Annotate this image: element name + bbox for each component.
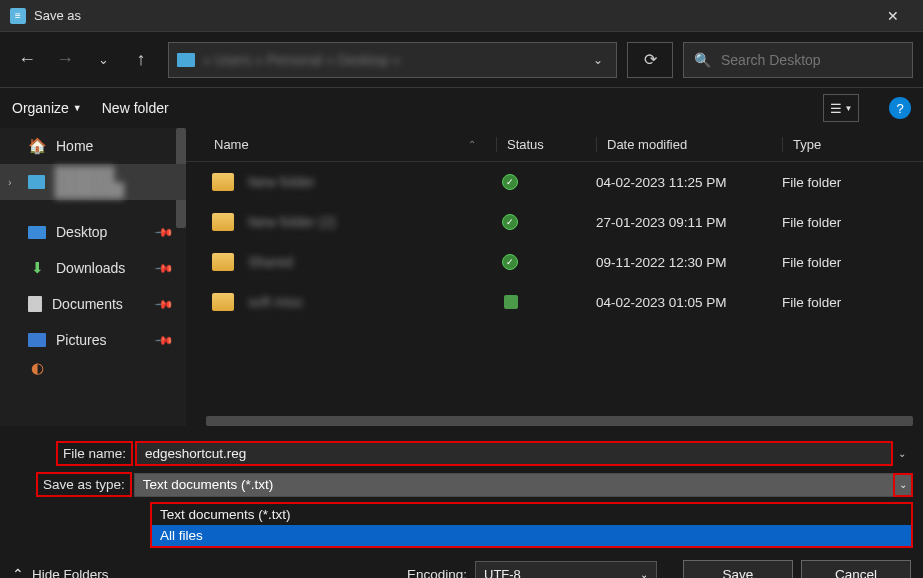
file-type: File folder [782,215,923,230]
save-panel: File name: ⌄ Save as type: Text document… [0,426,923,578]
save-button[interactable]: Save [683,560,793,578]
refresh-button[interactable]: ⟳ [627,42,673,78]
search-input[interactable] [721,52,902,68]
hide-folders-toggle[interactable]: ⌃ Hide Folders [12,566,109,578]
sidebar-item-downloads[interactable]: ⬇ Downloads 📌 [0,250,186,286]
pin-icon[interactable]: 📌 [154,330,175,351]
pin-icon[interactable]: 📌 [154,258,175,279]
address-bar[interactable]: « Users » Personal » Desktop » ⌄ [168,42,617,78]
col-name[interactable]: Name ⌃ [186,137,496,152]
home-icon: 🏠 [28,137,46,155]
pictures-icon [28,333,46,347]
downloads-icon: ⬇ [28,259,46,277]
dropdown-option-allfiles[interactable]: All files [152,525,911,546]
encoding-select[interactable]: UTF-8 ⌄ [475,561,657,578]
help-button[interactable]: ? [889,97,911,119]
col-name-label: Name [214,137,249,152]
window-title: Save as [34,8,873,23]
save-type-dropdown-arrow[interactable]: ⌄ [893,473,913,497]
up-button[interactable]: ↑ [124,43,158,77]
save-type-label: Save as type: [36,472,132,497]
save-type-value: Text documents (*.txt) [134,473,913,497]
address-text: « Users » Personal » Desktop » [203,52,580,68]
location-icon [177,53,195,67]
file-status: ✓ [496,254,596,270]
forward-button[interactable]: → [48,43,82,77]
chevron-down-icon: ▼ [73,103,82,113]
toolbar: Organize ▼ New folder ☰ ▼ ? [0,88,923,128]
documents-icon [28,296,42,312]
sync-status-icon: ✓ [502,214,518,230]
sidebar-item-desktop[interactable]: Desktop 📌 [0,214,186,250]
sidebar-label: Desktop [56,224,107,240]
recent-dropdown[interactable]: ⌄ [86,43,120,77]
encoding-value: UTF-8 [484,567,521,579]
new-folder-button[interactable]: New folder [102,100,169,116]
desktop-icon [28,226,46,239]
hide-folders-label: Hide Folders [32,567,109,579]
file-status [496,295,596,309]
sync-status-icon: ✓ [502,174,518,190]
file-name: soft misc [248,294,496,310]
table-row[interactable]: New folder✓04-02-2023 11:25 PMFile folde… [186,162,923,202]
titlebar: ≡ Save as ✕ [0,0,923,32]
file-date: 09-11-2022 12:30 PM [596,255,782,270]
file-name: Shared [248,254,496,270]
table-row[interactable]: New folder (2)✓27-01-2023 09:11 PMFile f… [186,202,923,242]
save-type-dropdown-list: Text documents (*.txt) All files [150,502,913,548]
folder-icon [212,213,234,231]
folder-icon [28,175,45,189]
file-date: 27-01-2023 09:11 PM [596,215,782,230]
sidebar: 🏠 Home › ██████ · ███████ Desktop 📌 ⬇ Do… [0,128,186,426]
table-row[interactable]: Shared✓09-11-2022 12:30 PMFile folder [186,242,923,282]
sort-indicator-icon: ⌃ [468,139,476,150]
encoding-label: Encoding: [407,567,467,579]
col-type[interactable]: Type [782,137,923,152]
col-status[interactable]: Status [496,137,596,152]
cancel-button[interactable]: Cancel [801,560,911,578]
sidebar-label: ██████ · ███████ [55,166,186,198]
sidebar-label: Pictures [56,332,107,348]
organize-menu[interactable]: Organize ▼ [12,100,82,116]
sidebar-item-pictures[interactable]: Pictures 📌 [0,322,186,358]
organize-label: Organize [12,100,69,116]
file-type: File folder [782,295,923,310]
file-name: New folder (2) [248,214,496,230]
pin-icon[interactable]: 📌 [154,222,175,243]
back-button[interactable]: ← [10,43,44,77]
file-name-history-dropdown[interactable]: ⌄ [893,448,911,459]
save-type-select[interactable]: Text documents (*.txt) ⌄ [134,473,913,497]
close-button[interactable]: ✕ [873,8,913,24]
file-name-label: File name: [56,441,133,466]
dropdown-option-txt[interactable]: Text documents (*.txt) [152,504,911,525]
file-name-input[interactable] [135,441,893,466]
search-icon: 🔍 [694,52,711,68]
sidebar-item-documents[interactable]: Documents 📌 [0,286,186,322]
sidebar-item-more[interactable]: ◐ [0,358,186,378]
table-row[interactable]: soft misc04-02-2023 01:05 PMFile folder [186,282,923,322]
address-dropdown[interactable]: ⌄ [588,53,608,67]
file-name: New folder [248,174,496,190]
expand-icon[interactable]: › [8,176,12,188]
sidebar-label: Documents [52,296,123,312]
main-area: 🏠 Home › ██████ · ███████ Desktop 📌 ⬇ Do… [0,128,923,426]
search-box[interactable]: 🔍 [683,42,913,78]
sidebar-item-user[interactable]: › ██████ · ███████ [0,164,186,200]
horizontal-scrollbar[interactable] [206,416,913,426]
folder-icon [212,293,234,311]
status-icon [504,295,518,309]
column-headers: Name ⌃ Status Date modified Type [186,128,923,162]
sidebar-item-home[interactable]: 🏠 Home [0,128,186,164]
file-status: ✓ [496,214,596,230]
file-type: File folder [782,175,923,190]
col-date[interactable]: Date modified [596,137,782,152]
sidebar-label: Downloads [56,260,125,276]
file-status: ✓ [496,174,596,190]
pin-icon[interactable]: 📌 [154,294,175,315]
file-type: File folder [782,255,923,270]
chevron-up-icon: ⌃ [12,566,24,578]
view-options-button[interactable]: ☰ ▼ [823,94,859,122]
file-date: 04-02-2023 11:25 PM [596,175,782,190]
file-list: Name ⌃ Status Date modified Type New fol… [186,128,923,426]
folder-icon [212,173,234,191]
